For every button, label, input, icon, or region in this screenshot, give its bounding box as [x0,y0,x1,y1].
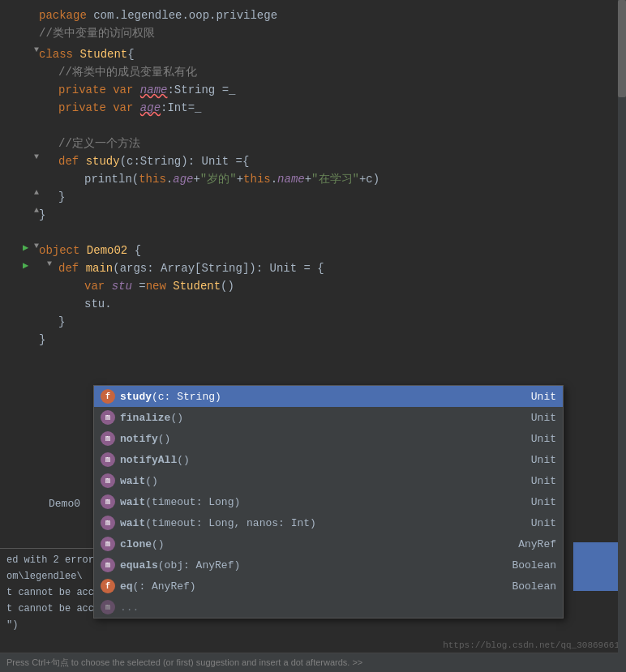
line-method-decl: ▼ def study(c:String): Unit ={ [32,152,626,170]
line-stu-dot: stu. [32,295,626,313]
method-type-eq: Boolean [495,580,556,593]
hint-text: Press Ctrl+句点 to choose the selected (or… [0,653,626,672]
method-text-finalize: finalize() [120,412,515,424]
autocomplete-item-equals[interactable]: m equals(obj: AnyRef) Boolean [94,554,563,576]
line-object-decl: ▶ ▼ object Demo02 { [32,242,626,259]
method-text-wait1: wait() [120,475,515,487]
method-type-wait2: Unit [515,496,556,508]
url-bar: https://blog.csdn.net/qq_30869661 [443,640,620,650]
method-icon-equals: m [101,558,115,572]
autocomplete-item-more[interactable]: m ... [94,597,563,618]
method-icon-clone: m [101,537,115,551]
fold-icon-class[interactable]: ▼ [34,45,39,54]
method-type-study: Unit [515,391,556,403]
line-main-decl: ▶ ▼ def main(args: Array[String]): Unit … [32,259,626,277]
method-icon-eq: f [101,579,115,593]
line-println: println(this.age+"岁的"+this.name+"在学习"+c) [32,170,626,188]
editor: package com.legendlee.oop.privilege //类中… [0,0,626,672]
line-comment1: //类中变量的访问权限 [32,24,626,42]
code-container: package com.legendlee.oop.privilege //类中… [0,0,626,355]
run-icon-1[interactable]: ▶ [23,242,28,254]
line-blank2 [32,224,626,242]
run-icon-2[interactable]: ▶ [23,259,28,272]
method-text-wait2: wait(timeout: Long) [120,496,515,508]
line-package: package com.legendlee.oop.privilege [32,6,626,24]
method-text-notify: notify() [120,433,515,445]
method-icon-notifyall: m [101,452,115,467]
autocomplete-item-eq[interactable]: f eq(: AnyRef) Boolean [94,576,563,597]
autocomplete-item-finalize[interactable]: m finalize() Unit [94,407,563,428]
method-text-clone: clone() [120,538,502,550]
method-type-notifyall: Unit [515,454,556,466]
autocomplete-item-clone[interactable]: m clone() AnyRef [94,533,563,554]
method-text-equals: equals(obj: AnyRef) [120,559,495,571]
method-type-wait3: Unit [515,517,556,529]
method-text-wait3: wait(timeout: Long, nanos: Int) [120,517,515,529]
line-close-class: ▲ } [32,206,626,224]
fold-icon-close1[interactable]: ▲ [34,188,39,197]
method-type-wait1: Unit [515,475,556,487]
method-icon-wait3: m [101,516,115,530]
line-comment2: //将类中的成员变量私有化 [32,63,626,81]
autocomplete-item-notify[interactable]: m notify() Unit [94,428,563,449]
method-type-finalize: Unit [515,412,556,424]
autocomplete-item-notifyall[interactable]: m notifyAll() Unit [94,449,563,470]
method-text-study: study(c: String) [120,391,515,403]
line-var-stu: var stu =new Student() [32,277,626,295]
line-class-decl: ▼ class Student{ [32,45,626,63]
autocomplete-item-wait2[interactable]: m wait(timeout: Long) Unit [94,491,563,512]
method-icon-notify: m [101,431,115,446]
demo-label: Demo0 [49,498,80,510]
line-close-method: ▲ } [32,188,626,206]
method-text-more: ... [120,601,556,614]
line-field2: private var age:Int=_ [32,99,626,117]
line-close-object: } [32,331,626,349]
autocomplete-item-wait1[interactable]: m wait() Unit [94,470,563,491]
autocomplete-item-study[interactable]: f study(c: String) Unit [94,386,563,407]
method-type-equals: Boolean [495,559,556,571]
fold-icon-main[interactable]: ▼ [47,259,52,268]
autocomplete-dropdown: f study(c: String) Unit m finalize() Uni… [93,385,564,618]
method-icon-wait2: m [101,494,115,509]
method-icon-study: f [101,389,115,404]
method-icon-finalize: m [101,410,115,425]
fold-icon-method[interactable]: ▼ [34,152,39,161]
method-text-notifyall: notifyAll() [120,454,515,466]
line-close-main: } [32,313,626,331]
method-text-eq: eq(: AnyRef) [120,580,495,593]
scrollbar-thumb[interactable] [618,0,626,97]
scrollbar-track [618,0,626,672]
method-type-clone: AnyRef [502,538,556,550]
error-line-5: ") [6,617,318,633]
fold-icon-object[interactable]: ▼ [34,242,39,250]
method-type-notify: Unit [515,433,556,445]
line-comment3: //定义一个方法 [32,135,626,152]
line-field1: private var name:String =_ [32,81,626,99]
method-icon-more: m [101,600,115,614]
method-icon-wait1: m [101,473,115,488]
fold-icon-close2[interactable]: ▲ [34,206,39,215]
line-blank1 [32,117,626,135]
autocomplete-item-wait3[interactable]: m wait(timeout: Long, nanos: Int) Unit [94,512,563,533]
